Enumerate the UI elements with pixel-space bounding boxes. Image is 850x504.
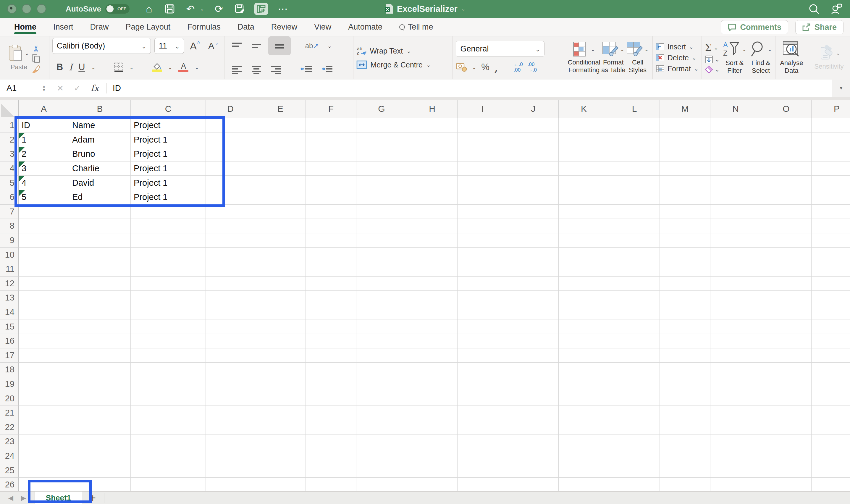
cell-P1[interactable]: [812, 118, 850, 133]
column-header-H[interactable]: H: [407, 100, 457, 118]
cell-H3[interactable]: [407, 147, 457, 162]
column-header-P[interactable]: P: [812, 100, 850, 118]
tab-view[interactable]: View: [314, 18, 331, 36]
cell-G3[interactable]: [356, 147, 407, 162]
cell-C23[interactable]: [131, 434, 206, 449]
cell-A15[interactable]: [19, 320, 69, 334]
cell-L8[interactable]: [609, 219, 660, 233]
grow-font-button[interactable]: A ^: [187, 38, 202, 54]
cell-D12[interactable]: [206, 276, 255, 291]
cell-M16[interactable]: [660, 334, 710, 348]
cell-F14[interactable]: [306, 305, 356, 320]
cell-G24[interactable]: [356, 449, 407, 464]
cell-O5[interactable]: [761, 176, 812, 190]
cell-O11[interactable]: [761, 262, 812, 276]
cell-K20[interactable]: [559, 391, 609, 406]
clear-button[interactable]: [705, 65, 720, 74]
cell-D21[interactable]: [206, 406, 255, 420]
cell-K3[interactable]: [559, 147, 609, 162]
cell-N14[interactable]: [710, 305, 761, 320]
cell-H17[interactable]: [407, 348, 457, 363]
cell-D8[interactable]: [206, 219, 255, 233]
cell-L25[interactable]: [609, 463, 660, 478]
borders-chevron-icon[interactable]: [129, 64, 134, 71]
shrink-font-button[interactable]: A ⌄: [206, 39, 221, 53]
cell-H15[interactable]: [407, 320, 457, 334]
cell-N7[interactable]: [710, 205, 761, 219]
cell-I25[interactable]: [457, 463, 508, 478]
account-icon[interactable]: [831, 3, 842, 14]
cell-A12[interactable]: [19, 276, 69, 291]
cell-M12[interactable]: [660, 276, 710, 291]
cell-C9[interactable]: [131, 233, 206, 248]
cell-N22[interactable]: [710, 420, 761, 434]
underline-chevron-icon[interactable]: [91, 64, 96, 71]
cell-N4[interactable]: [710, 162, 761, 176]
cell-H19[interactable]: [407, 377, 457, 392]
cell-H10[interactable]: [407, 248, 457, 262]
cell-L9[interactable]: [609, 233, 660, 248]
cell-E13[interactable]: [255, 291, 306, 305]
cell-O21[interactable]: [761, 406, 812, 420]
cell-P3[interactable]: [812, 147, 850, 162]
cell-M3[interactable]: [660, 147, 710, 162]
paste-button[interactable]: Paste: [8, 44, 29, 71]
cell-K26[interactable]: [559, 478, 609, 491]
cell-O8[interactable]: [761, 219, 812, 233]
cell-I11[interactable]: [457, 262, 508, 276]
cell-I19[interactable]: [457, 377, 508, 392]
increase-indent-button[interactable]: [319, 64, 336, 75]
cell-P6[interactable]: [812, 190, 850, 205]
cell-E5[interactable]: [255, 176, 306, 190]
cell-F1[interactable]: [306, 118, 356, 133]
cell-F6[interactable]: [306, 190, 356, 205]
cell-N16[interactable]: [710, 334, 761, 348]
cell-J18[interactable]: [508, 363, 559, 377]
cell-J14[interactable]: [508, 305, 559, 320]
cell-C8[interactable]: [131, 219, 206, 233]
cell-G11[interactable]: [356, 262, 407, 276]
cell-A23[interactable]: [19, 434, 69, 449]
cell-E3[interactable]: [255, 147, 306, 162]
cell-L7[interactable]: [609, 205, 660, 219]
toolbar-toggle-icon[interactable]: [254, 3, 268, 15]
accounting-format-icon[interactable]: [456, 62, 467, 72]
cell-K23[interactable]: [559, 434, 609, 449]
column-header-J[interactable]: J: [508, 100, 559, 118]
cell-E26[interactable]: [255, 478, 306, 491]
insert-cells-button[interactable]: Insert: [656, 42, 699, 51]
cell-K8[interactable]: [559, 219, 609, 233]
cell-H11[interactable]: [407, 262, 457, 276]
fill-button[interactable]: [705, 55, 720, 64]
cell-K13[interactable]: [559, 291, 609, 305]
row-header-16[interactable]: 16: [0, 334, 19, 348]
cell-J20[interactable]: [508, 391, 559, 406]
cell-E6[interactable]: [255, 190, 306, 205]
cell-M13[interactable]: [660, 291, 710, 305]
cell-N19[interactable]: [710, 377, 761, 392]
cell-E24[interactable]: [255, 449, 306, 464]
cell-E9[interactable]: [255, 233, 306, 248]
insert-function-icon[interactable]: fx: [91, 83, 99, 93]
cell-N24[interactable]: [710, 449, 761, 464]
cell-N6[interactable]: [710, 190, 761, 205]
cell-H13[interactable]: [407, 291, 457, 305]
cell-A20[interactable]: [19, 391, 69, 406]
font-size-select[interactable]: 11: [155, 38, 184, 54]
cell-M26[interactable]: [660, 478, 710, 491]
cell-E15[interactable]: [255, 320, 306, 334]
cell-M4[interactable]: [660, 162, 710, 176]
cell-O26[interactable]: [761, 478, 812, 491]
cell-C19[interactable]: [131, 377, 206, 392]
row-header-20[interactable]: 20: [0, 391, 19, 406]
tab-draw[interactable]: Draw: [90, 18, 109, 36]
row-header-8[interactable]: 8: [0, 219, 19, 233]
spinner-up-icon[interactable]: ▲: [42, 85, 46, 88]
cell-J5[interactable]: [508, 176, 559, 190]
cell-I13[interactable]: [457, 291, 508, 305]
cell-O7[interactable]: [761, 205, 812, 219]
column-header-O[interactable]: O: [761, 100, 812, 118]
cell-K4[interactable]: [559, 162, 609, 176]
cell-N21[interactable]: [710, 406, 761, 420]
column-header-G[interactable]: G: [356, 100, 407, 118]
